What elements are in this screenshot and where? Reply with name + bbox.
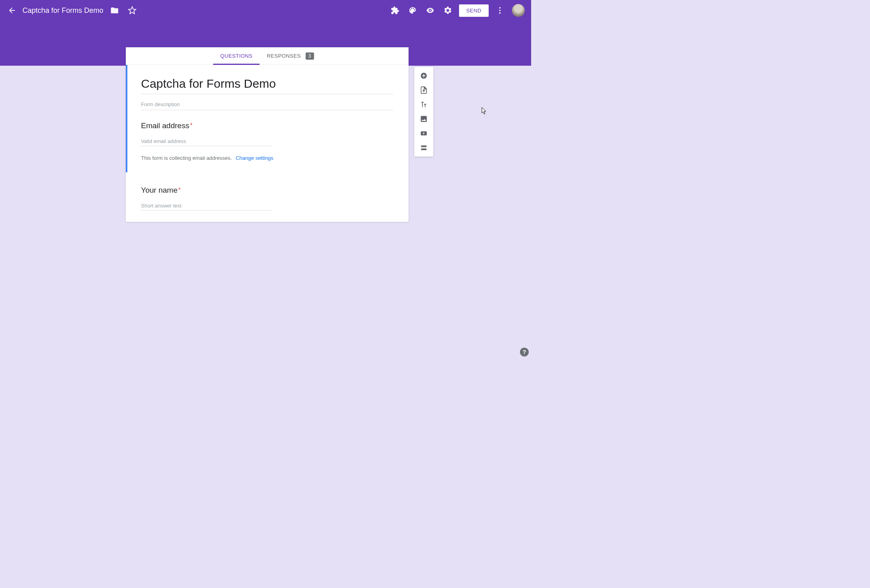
question-label: Email address* — [141, 121, 393, 130]
email-collection-note: This form is collecting email addresses.… — [141, 155, 393, 161]
svg-point-1 — [499, 10, 501, 11]
form-header-section[interactable]: Captcha for Forms Demo Form description … — [126, 65, 409, 172]
add-section-icon[interactable] — [414, 141, 433, 155]
question-your-name[interactable]: Your name* Short answer text — [126, 172, 409, 222]
tab-responses[interactable]: RESPONSES 3 — [260, 47, 321, 64]
svg-point-2 — [499, 12, 501, 14]
document-title[interactable]: Captcha for Forms Demo — [22, 6, 103, 15]
question-label: Your name* — [141, 186, 393, 195]
form-title[interactable]: Captcha for Forms Demo — [141, 75, 393, 94]
settings-icon[interactable] — [439, 2, 457, 19]
tab-questions[interactable]: QUESTIONS — [213, 47, 260, 64]
add-image-icon[interactable] — [414, 112, 433, 126]
more-icon[interactable] — [491, 2, 509, 19]
form-card: QUESTIONS RESPONSES 3 Captcha for Forms … — [126, 47, 409, 222]
tab-bar: QUESTIONS RESPONSES 3 — [126, 47, 409, 65]
question-label-text: Your name — [141, 186, 177, 194]
email-collection-note-text: This form is collecting email addresses. — [141, 155, 232, 161]
email-input-placeholder[interactable]: Valid email address — [141, 136, 271, 146]
change-settings-link[interactable]: Change settings — [236, 155, 273, 161]
svg-rect-5 — [421, 145, 426, 147]
add-question-icon[interactable] — [414, 68, 433, 83]
svg-point-0 — [499, 7, 501, 9]
palette-icon[interactable] — [404, 2, 421, 19]
required-star-icon: * — [178, 186, 181, 193]
question-label-text: Email address — [141, 121, 189, 130]
form-description[interactable]: Form description — [141, 100, 393, 110]
add-title-icon[interactable] — [414, 97, 433, 112]
help-icon[interactable]: ? — [520, 348, 529, 356]
add-video-icon[interactable] — [414, 126, 433, 141]
account-avatar[interactable] — [512, 4, 525, 17]
import-questions-icon[interactable] — [414, 83, 433, 97]
addons-icon[interactable] — [386, 2, 404, 19]
preview-icon[interactable] — [421, 2, 439, 19]
mouse-cursor-icon — [481, 107, 487, 115]
star-icon[interactable] — [123, 2, 141, 19]
required-star-icon: * — [190, 121, 192, 128]
question-toolbar — [414, 67, 433, 157]
short-answer-placeholder[interactable]: Short answer text — [141, 200, 271, 211]
send-button[interactable]: SEND — [459, 4, 489, 17]
tab-responses-label: RESPONSES — [267, 53, 301, 59]
back-icon[interactable] — [3, 2, 21, 19]
responses-count-badge: 3 — [306, 52, 314, 60]
svg-rect-6 — [421, 149, 426, 150]
folder-icon[interactable] — [106, 2, 123, 19]
